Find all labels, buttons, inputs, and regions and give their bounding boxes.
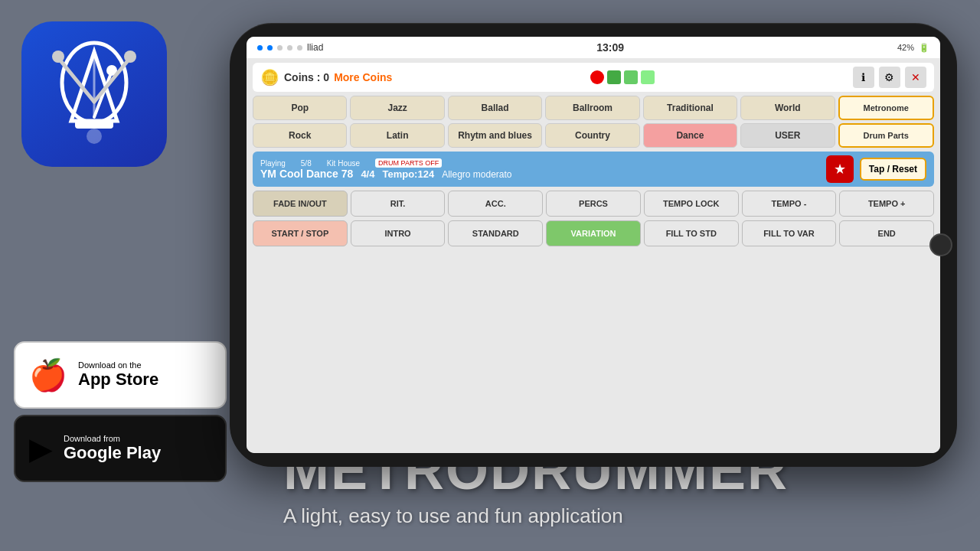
record-green3-button[interactable] [641, 70, 655, 84]
svg-rect-5 [75, 119, 113, 129]
intro-button[interactable]: INTRO [351, 220, 446, 246]
coin-icon: 🪙 [260, 68, 279, 86]
coins-area: 🪙 Coins : 0 More Coins [260, 68, 392, 86]
genre-rhythm-blues[interactable]: Rhytm and blues [448, 123, 542, 148]
genre-row-1: Pop Jazz Ballad Ballroom Traditional Wor… [253, 96, 934, 120]
svg-point-10 [87, 129, 102, 144]
battery-icon: 🔋 [919, 43, 929, 53]
end-button[interactable]: END [839, 220, 934, 246]
fill-to-std-button[interactable]: FILL TO STD [644, 220, 739, 246]
time-display: 13:09 [596, 41, 624, 54]
drum-parts-button[interactable]: Drum Parts [838, 123, 934, 148]
svg-point-8 [52, 51, 64, 63]
close-button[interactable]: ✕ [905, 67, 926, 88]
record-buttons [590, 70, 655, 84]
tempo-minus-button[interactable]: TEMPO - [742, 191, 837, 217]
playing-main: YM Cool Dance 78 4/4 Tempo:124 Allegro m… [260, 168, 820, 180]
start-stop-button[interactable]: START / STOP [253, 220, 348, 246]
apple-store-badge[interactable]: 🍎 Download on the App Store [14, 341, 227, 409]
phone-screen: lliad 13:09 42% 🔋 🪙 Coins : 0 More Coins [247, 37, 940, 453]
tempo-display: Tempo:124 [382, 168, 434, 180]
mood-label: Allegro moderato [442, 169, 511, 180]
google-icon: ▶ [29, 431, 53, 466]
signal-dot-3 [277, 45, 283, 51]
record-green1-button[interactable] [607, 70, 621, 84]
genre-row-2: Rock Latin Rhytm and blues Country Dance… [253, 123, 934, 148]
genre-user[interactable]: USER [740, 123, 835, 148]
phone-home-button[interactable] [929, 233, 952, 256]
apple-badge-text: Download on the App Store [78, 360, 158, 390]
signal-dot-2 [267, 45, 273, 51]
record-red-button[interactable] [590, 70, 604, 84]
store-badges: 🍎 Download on the App Store ▶ Download f… [14, 341, 227, 482]
app-content: 🪙 Coins : 0 More Coins ℹ ⚙ ✕ [247, 58, 940, 453]
tap-reset-button[interactable]: Tap / Reset [860, 158, 926, 181]
genre-traditional[interactable]: Traditional [643, 96, 737, 120]
signal-dot-5 [297, 45, 302, 51]
tempo-plus-button[interactable]: TEMPO + [839, 191, 934, 217]
playing-info: Playing 5/8 Kit House DRUM PARTS OFF YM … [260, 158, 820, 180]
variation-button[interactable]: VARIATION [546, 220, 641, 246]
svg-point-9 [124, 51, 136, 63]
song-name: YM Cool Dance 78 [260, 168, 353, 180]
top-time-sig: 5/8 [301, 159, 312, 168]
time-signature: 4/4 [361, 168, 374, 180]
battery-percent: 42% [897, 43, 914, 52]
playing-status: Playing [260, 159, 286, 168]
coins-label: Coins : 0 [284, 71, 329, 83]
genre-world[interactable]: World [740, 96, 835, 120]
info-button[interactable]: ℹ [853, 67, 874, 88]
metronome-button[interactable]: Metronome [838, 96, 934, 120]
genre-dance[interactable]: Dance [643, 123, 737, 148]
rit-button[interactable]: RIT. [351, 191, 446, 217]
standard-button[interactable]: STANDARD [448, 220, 543, 246]
genre-ballad[interactable]: Ballad [448, 96, 542, 120]
controls-row-2: START / STOP INTRO STANDARD VARIATION FI… [253, 220, 934, 246]
genre-ballroom[interactable]: Ballroom [545, 96, 639, 120]
more-coins-button[interactable]: More Coins [334, 71, 392, 83]
acc-button[interactable]: ACC. [448, 191, 543, 217]
fill-to-var-button[interactable]: FILL TO VAR [742, 220, 837, 246]
carrier-label: lliad [307, 42, 323, 53]
top-icons: ℹ ⚙ ✕ [853, 67, 926, 88]
status-left: lliad [257, 42, 323, 53]
signal-dot-1 [257, 45, 263, 51]
percs-button[interactable]: PERCS [546, 191, 641, 217]
google-play-badge[interactable]: ▶ Download from Google Play [14, 415, 227, 482]
drum-parts-off-badge: DRUM PARTS OFF [375, 158, 442, 168]
genre-pop[interactable]: Pop [253, 96, 347, 120]
genre-rock[interactable]: Rock [253, 123, 347, 148]
fade-inout-button[interactable]: FADE IN/OUT [253, 191, 348, 217]
status-bar: lliad 13:09 42% 🔋 [247, 37, 940, 58]
status-right: 42% 🔋 [897, 43, 929, 53]
kit-label: Kit House [327, 159, 360, 168]
playing-top: Playing 5/8 Kit House DRUM PARTS OFF [260, 158, 820, 168]
top-bar: 🪙 Coins : 0 More Coins ℹ ⚙ ✕ [253, 63, 934, 92]
apple-icon: 🍎 [29, 357, 67, 393]
signal-dot-4 [287, 45, 292, 51]
settings-button[interactable]: ⚙ [879, 67, 900, 88]
phone-frame: lliad 13:09 42% 🔋 🪙 Coins : 0 More Coins [230, 23, 957, 467]
star-button[interactable]: ★ [826, 155, 854, 183]
google-badge-text: Download from Google Play [64, 434, 161, 463]
app-subtitle: A light, easy to use and fun application [283, 504, 965, 528]
genre-rows: Pop Jazz Ballad Ballroom Traditional Wor… [253, 96, 934, 148]
record-green2-button[interactable] [624, 70, 638, 84]
genre-jazz[interactable]: Jazz [350, 96, 444, 120]
tempo-lock-button[interactable]: TEMPO LOCK [644, 191, 739, 217]
now-playing-bar: Playing 5/8 Kit House DRUM PARTS OFF YM … [253, 152, 934, 187]
genre-country[interactable]: Country [545, 123, 639, 148]
genre-latin[interactable]: Latin [350, 123, 444, 148]
controls-row-1: FADE IN/OUT RIT. ACC. PERCS TEMPO LOCK T… [253, 191, 934, 217]
app-icon [21, 21, 167, 167]
